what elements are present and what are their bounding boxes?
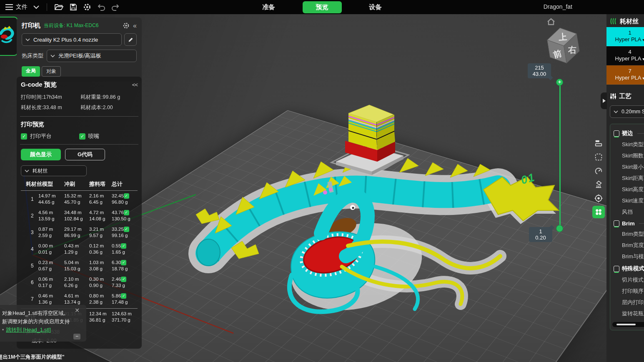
line-width-button[interactable]	[592, 151, 605, 163]
cell-flush: 0.43 m1.29 g	[64, 243, 89, 255]
setting-item-Skirt速度[interactable]: Skirt速度	[614, 195, 644, 206]
layer-slider-bottom-handle[interactable]	[556, 225, 563, 232]
top-layer-height: 43.00	[530, 71, 549, 77]
filament-card-4[interactable]: 4Hyper PLA ▾	[606, 46, 644, 65]
toast-minimize-icon[interactable]: −	[73, 334, 80, 340]
jump-to-object-link[interactable]: 跳转到 [Head_1.stl]	[6, 327, 51, 333]
checkbox-打印平台[interactable]: ✓打印平台	[21, 132, 79, 140]
filament-visible-checkbox[interactable]: ✓	[124, 227, 129, 232]
cube-face-right[interactable]: 右	[568, 45, 577, 55]
process-section-title: 工艺	[619, 92, 631, 100]
filament-visible-checkbox[interactable]: ✓	[121, 243, 126, 249]
special-mode-icon	[614, 266, 619, 272]
filament-card-1[interactable]: 1Hyper PLA ▾	[606, 27, 644, 46]
filament-visible-checkbox[interactable]: ✓	[121, 293, 126, 299]
cell-flush: 34.48 m102.84 g	[64, 210, 89, 222]
cell-flush: 2.10 m6.26 g	[64, 276, 89, 289]
tab-设备[interactable]: 设备	[363, 1, 388, 13]
support-button[interactable]	[592, 178, 605, 191]
tab-object[interactable]: 对象	[42, 66, 61, 77]
setting-item-风挡[interactable]: 风挡	[614, 206, 644, 217]
setting-item-打印顺序[interactable]: 打印顺序	[614, 285, 644, 297]
filament-filter-select[interactable]: 耗材丝	[21, 165, 87, 176]
color-scheme-button[interactable]	[592, 206, 605, 218]
filament-index: 1	[31, 196, 38, 202]
filament-visible-checkbox[interactable]: ✓	[124, 193, 129, 199]
filament-index: 6	[31, 280, 38, 285]
setting-item-Skirt圈数[interactable]: Skirt圈数	[614, 150, 644, 161]
col-header: 擦料塔	[89, 180, 112, 188]
cell-model: 0.23 m0.67 g	[38, 260, 64, 272]
gcode-button[interactable]: G代码	[65, 149, 105, 160]
tab-global[interactable]: 全局	[22, 66, 40, 77]
setting-item-Brim与模型[interactable]: Brim与模型	[614, 251, 644, 262]
gcode-stats: 打印时间:17h34m耗材重量:99.86 g耗材长度:33.48 m耗材成本:…	[21, 94, 138, 111]
cell-tower: 4.72 m14.08 g	[89, 210, 112, 222]
tab-预览[interactable]: 预览	[303, 1, 342, 13]
save-icon[interactable]	[70, 3, 77, 11]
plate-thumbnail[interactable]	[0, 17, 18, 56]
setting-item-Skirt高度[interactable]: Skirt高度	[614, 184, 644, 195]
setting-item-Skirt最小挤[interactable]: Skirt最小挤	[614, 161, 644, 172]
home-view-icon[interactable]	[546, 17, 556, 26]
cube-face-top[interactable]: 上	[558, 32, 567, 42]
printer-settings-gear-icon[interactable]	[123, 22, 130, 29]
setting-item-Skirt类型[interactable]: Skirt类型	[614, 139, 644, 150]
chevron-down-icon: ▾	[642, 76, 644, 80]
filament-card-7[interactable]: 7Hyper PLA ▾	[606, 65, 644, 85]
settings-groups: 裙边Skirt类型Skirt圈数Skirt最小挤Skirt距离Skirt高度Sk…	[614, 130, 644, 319]
filament-card-name: Hyper PLA ▾	[615, 36, 644, 43]
collapse-gcode-panel-chevrons[interactable]: <<	[132, 82, 138, 88]
speed-button[interactable]	[592, 165, 605, 177]
select-caret-icon	[50, 55, 55, 57]
target-icon	[594, 194, 603, 203]
cell-tower: 2.16 m6.45 g	[89, 193, 112, 205]
toast-close-icon[interactable]: ✕	[75, 307, 80, 314]
color-display-button[interactable]: 颜色显示	[21, 149, 61, 160]
setting-item-Brim类型[interactable]: Brim类型	[614, 228, 644, 240]
filament-visible-checkbox[interactable]: ✓	[121, 277, 126, 282]
group-header-裙边: 裙边	[614, 130, 644, 137]
tab-准备[interactable]: 准备	[257, 1, 281, 13]
cell-model: 0.00 m0.01 g	[38, 243, 64, 255]
undo-icon[interactable]	[97, 4, 105, 11]
collapse-panel-chevrons[interactable]: «	[133, 22, 137, 30]
edit-printer-button[interactable]	[124, 33, 137, 46]
cell-flush: 29.17 m86.99 g	[64, 226, 89, 239]
setting-item-Brim宽度[interactable]: Brim宽度	[614, 240, 644, 251]
file-menu[interactable]: 文件	[5, 3, 28, 11]
redo-icon[interactable]	[111, 4, 120, 11]
settings-gear-icon[interactable]	[83, 3, 91, 11]
layer-slider-top-handle[interactable]: +	[556, 79, 563, 86]
filament-card-number: 7	[628, 68, 631, 75]
panel-collapse-arrow[interactable]	[601, 92, 607, 109]
total-sum-g: 371.70 g	[112, 317, 138, 323]
setting-item-层内打印顺[interactable]: 层内打印顺	[614, 297, 644, 308]
line-type-button[interactable]	[592, 137, 605, 150]
process-preset-select[interactable]: 0.20mm Sta	[610, 105, 644, 118]
scrollbar-thumb[interactable]	[616, 324, 636, 325]
temperature-button[interactable]	[592, 192, 605, 205]
horizontal-scrollbar[interactable]	[612, 322, 644, 327]
layer-slider-track[interactable]	[559, 82, 561, 229]
setting-item-旋转花瓶[interactable]: 旋转花瓶	[614, 308, 644, 319]
open-file-icon[interactable]	[55, 3, 64, 11]
bed-type-select[interactable]: 光滑PEI板/高温板	[47, 50, 137, 62]
printer-select[interactable]: Creality K2 Plus 0.4 nozzle	[22, 33, 122, 46]
cell-tower: 0.12 m0.36 g	[89, 243, 112, 255]
setting-item-切片模式[interactable]: 切片模式	[614, 274, 644, 285]
checkbox-喷嘴[interactable]: ✓喷嘴	[79, 132, 138, 140]
line-type-icon	[594, 139, 603, 148]
nav-cube[interactable]: 上 前 右	[543, 25, 585, 68]
group-header-Brim: Brim	[614, 220, 644, 227]
gcode-stat: 打印时间:17h34m	[21, 94, 78, 101]
plate-thumbnail-image	[0, 17, 17, 55]
filament-index: 2	[31, 213, 38, 219]
chevron-down-icon[interactable]	[33, 5, 39, 9]
group-title: 裙边	[622, 130, 633, 137]
filament-visible-checkbox[interactable]: ✓	[121, 260, 126, 265]
status-message: 超出1M个三角形面片的模型"	[0, 352, 87, 362]
filament-visible-checkbox[interactable]: ✓	[124, 210, 129, 215]
filament-table-row: 2 4.56 m13.59 g 34.48 m102.84 g 4.72 m14…	[21, 207, 138, 224]
setting-item-Skirt距离[interactable]: Skirt距离	[614, 172, 644, 184]
